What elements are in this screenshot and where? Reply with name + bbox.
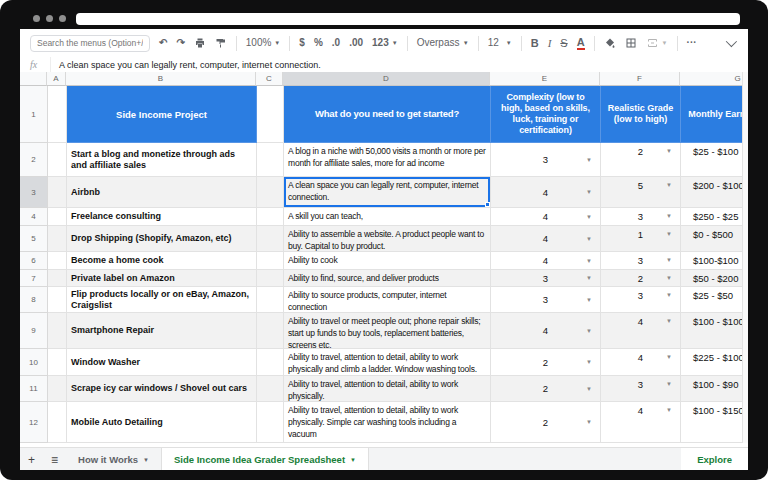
column-header-E[interactable]: E <box>490 72 600 86</box>
row-number[interactable]: 7 <box>20 270 48 287</box>
row-number[interactable]: 9 <box>20 313 48 349</box>
cell-grade[interactable]: 4▼ <box>601 349 681 376</box>
cell-earning-range[interactable]: $0 - $500 <box>681 226 748 252</box>
column-header-F[interactable]: F <box>600 72 680 86</box>
cell-complexity[interactable]: 3▼ <box>491 287 601 313</box>
chevron-down-icon[interactable]: ▼ <box>666 318 672 324</box>
cell-col-c[interactable] <box>257 376 284 402</box>
cell-project-name[interactable]: Private label on Amazon <box>67 270 257 287</box>
more-toolbar-button[interactable]: ··· <box>687 38 697 48</box>
cell-project-name[interactable]: Flip products locally or on eBay, Amazon… <box>67 287 257 313</box>
cell-complexity[interactable]: 3▼ <box>491 270 601 287</box>
chevron-down-icon[interactable]: ▼ <box>586 419 592 425</box>
cell-earning-range[interactable]: $250 - $25 <box>681 208 748 226</box>
cell-E1[interactable]: Complexity (low to high, based on skills… <box>491 86 601 143</box>
chevron-down-icon[interactable]: ▼ <box>666 354 672 360</box>
chevron-down-icon[interactable]: ▼ <box>666 381 672 387</box>
undo-button[interactable]: ↶ <box>159 38 167 48</box>
cell-col-a[interactable] <box>48 208 67 226</box>
cell-col-a[interactable] <box>48 270 67 287</box>
cell-earning-range[interactable]: $200 - $100 <box>681 177 748 208</box>
all-sheets-menu-icon[interactable]: ≡ <box>43 448 66 470</box>
chevron-down-icon[interactable]: ▼ <box>586 157 592 163</box>
cell-earning-range[interactable]: $25 - $100 <box>681 143 748 177</box>
cell-project-name[interactable]: Become a home cook <box>67 252 257 270</box>
chevron-down-icon[interactable]: ▼ <box>666 182 672 188</box>
cell-grade[interactable]: 1▼ <box>601 226 681 252</box>
cell-complexity[interactable]: 4▼ <box>491 177 601 208</box>
italic-button[interactable]: I <box>548 38 552 49</box>
cell-col-c[interactable] <box>257 270 284 287</box>
row-number[interactable]: 12 <box>20 402 48 443</box>
cell-G1[interactable]: Monthly Earning Range <box>681 86 748 143</box>
chevron-down-icon[interactable]: ▼ <box>666 148 672 154</box>
column-header-A[interactable]: A <box>47 72 66 86</box>
cell-complexity[interactable]: 2▼ <box>491 376 601 402</box>
cell-earning-range[interactable]: $25 - $50 <box>681 287 748 313</box>
cell-complexity[interactable]: 2▼ <box>491 349 601 376</box>
cell-complexity[interactable]: 4▼ <box>491 226 601 252</box>
cell-grade[interactable]: 4▼ <box>601 402 681 443</box>
cell-requirements[interactable]: Ability to travel, attention to detail, … <box>284 376 491 402</box>
row-number[interactable]: 4 <box>20 208 48 226</box>
cell-requirements[interactable]: Ability to travel, attention to detail, … <box>284 402 491 443</box>
cell-requirements[interactable]: A blog in a niche with 50,000 visits a m… <box>284 143 491 177</box>
decrease-decimal-button[interactable]: .0 <box>332 38 340 48</box>
cell-requirements[interactable]: Ability to assemble a website. A product… <box>284 226 491 252</box>
cell-complexity[interactable]: 2▼ <box>491 402 601 443</box>
sheet-tab-side-income-idea-grader-spreadsheet[interactable]: Side Income Idea Grader Spreadsheet▼ <box>161 448 369 470</box>
cell-col-c[interactable] <box>257 143 284 177</box>
cell-col-a[interactable] <box>48 349 67 376</box>
cell-requirements[interactable]: Ability to travel or meet people out; ph… <box>284 313 491 349</box>
chevron-down-icon[interactable]: ▼ <box>586 236 592 242</box>
cell-earning-range[interactable]: $50 - $200 <box>681 270 748 287</box>
cell-project-name[interactable]: Scrape icy car windows / Shovel out cars <box>67 376 257 402</box>
cell-C1[interactable] <box>257 86 284 143</box>
print-icon[interactable] <box>194 37 206 49</box>
chevron-down-icon[interactable]: ▼ <box>666 231 672 237</box>
row-number[interactable]: 5 <box>20 226 48 252</box>
cell-project-name[interactable]: Airbnb <box>67 177 257 208</box>
search-menus-input[interactable] <box>30 35 150 52</box>
cell-D1[interactable]: What do you need to get started? <box>284 86 491 143</box>
close-window-icon[interactable] <box>33 15 40 22</box>
cell-F1[interactable]: Realistic Grade (low to high) <box>601 86 681 143</box>
hide-menus-chevron-icon[interactable] <box>726 36 737 47</box>
minimize-window-icon[interactable] <box>46 15 53 22</box>
chevron-down-icon[interactable]: ▼ <box>586 328 592 334</box>
cell-project-name[interactable]: Start a blog and monetize through ads an… <box>67 143 257 177</box>
cell-grade[interactable]: 2▼ <box>601 270 681 287</box>
cell-B1[interactable]: Side Income Project <box>67 86 257 143</box>
row-number[interactable]: 11 <box>20 376 48 402</box>
explore-button[interactable]: Explore <box>681 448 748 470</box>
cell-requirements[interactable]: Ability to source products, computer, in… <box>284 287 491 313</box>
paint-format-icon[interactable] <box>215 37 227 49</box>
bold-button[interactable]: B <box>531 38 539 49</box>
sheet-tab-how-it-works[interactable]: How it Works▼ <box>66 448 161 470</box>
cell-grade[interactable]: 3▼ <box>601 208 681 226</box>
cell-complexity[interactable]: 4▼ <box>491 208 601 226</box>
cell-col-a[interactable] <box>48 287 67 313</box>
cell-project-name[interactable]: Freelance consulting <box>67 208 257 226</box>
chevron-down-icon[interactable]: ▼ <box>666 275 672 281</box>
cell-col-a[interactable] <box>48 313 67 349</box>
fill-handle[interactable] <box>485 202 490 207</box>
column-header-C[interactable]: C <box>256 72 283 86</box>
cell-complexity[interactable]: 4▼ <box>491 252 601 270</box>
vertical-scrollbar[interactable] <box>742 72 748 443</box>
cell-project-name[interactable]: Window Washer <box>67 349 257 376</box>
cell-col-c[interactable] <box>257 226 284 252</box>
column-header-B[interactable]: B <box>66 72 256 86</box>
zoom-select[interactable]: 100%▼ <box>246 38 281 48</box>
select-all-corner[interactable] <box>20 72 47 86</box>
merge-cells-icon[interactable]: ▼ <box>646 37 668 49</box>
cell-col-c[interactable] <box>257 402 284 443</box>
cell-col-a[interactable] <box>48 226 67 252</box>
cell-grade[interactable]: 2▼ <box>601 143 681 177</box>
font-size-select[interactable]: 12▼ <box>488 38 512 48</box>
cell-earning-range[interactable]: $225 - $100 <box>681 349 748 376</box>
cell-requirements[interactable]: Ability to travel, attention to detail, … <box>284 349 491 376</box>
row-number[interactable]: 1 <box>20 86 48 143</box>
cell-grade[interactable]: 3▼ <box>601 252 681 270</box>
cell-complexity[interactable]: 3▼ <box>491 143 601 177</box>
